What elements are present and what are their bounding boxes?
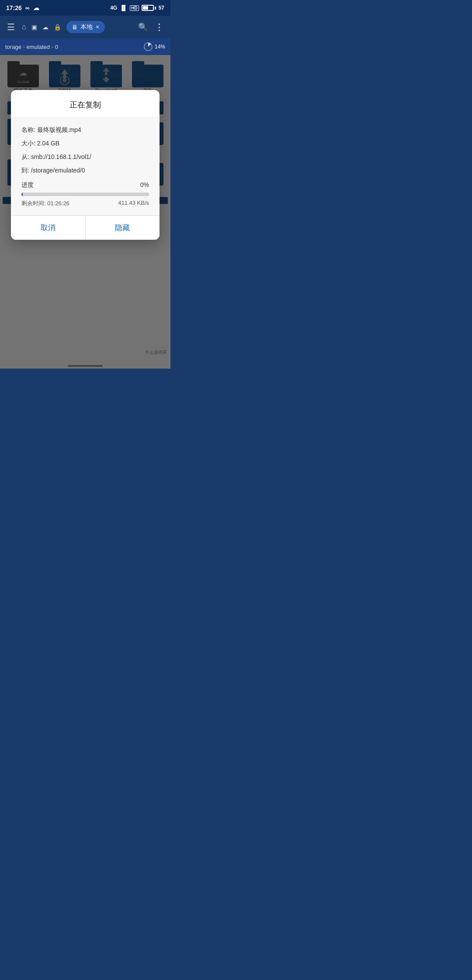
to-row: 到: /storage/emulated/0 [21,166,149,175]
breadcrumb-sep-1: › [23,44,25,49]
breadcrumb-emulated[interactable]: emulated [27,44,50,50]
storage-percent: 14% [155,44,165,50]
to-value: /storage/emulated/0 [31,167,85,174]
cancel-button[interactable]: 取消 [11,216,86,240]
from-row: 从: smb://10.168.1.1/vol1/ [21,152,149,162]
speed-value: 411.43 KB/s [118,200,149,207]
status-bar: 17:26 ∞ ☁ 4G ▐▌ HD 57 [0,0,170,16]
pie-chart-icon [143,42,153,52]
tab-close-icon[interactable]: ✕ [95,24,100,30]
cloud-nav-icon[interactable]: ☁ [41,22,50,32]
to-label: 到: [21,167,29,174]
menu-icon[interactable]: ☰ [5,20,17,34]
breadcrumb-storage: torage [5,44,21,50]
tab-icon: 🖥 [72,24,78,31]
signal-label: 4G [110,5,117,11]
more-icon[interactable]: ⋮ [153,20,165,34]
home-icon[interactable]: ⌂ [20,21,28,33]
signal-bars: ▐▌ [120,5,127,11]
hd-badge: HD [130,5,139,11]
hide-button[interactable]: 隐藏 [86,216,160,240]
notify-icon: ☁ [33,4,39,11]
time-value: 01:26:26 [47,200,69,207]
battery-percent: 57 [159,5,164,11]
phone-icon[interactable]: ▣ [30,22,39,32]
status-right: 4G ▐▌ HD 57 [110,5,164,11]
file-grid-background: ☁ CLOUD 网络硬盘 [0,55,170,369]
progress-section: 进度 0% 剩余时间: 01:26:26 411.43 KB/s [21,181,149,207]
nav-bar: ☰ ⌂ ▣ ☁ 🔒 🖥 本地 ✕ 🔍 ⋮ [0,16,170,38]
from-value: smb://10.168.1.1/vol1/ [31,153,91,160]
name-label: 名称: [21,126,35,133]
breadcrumb-sep-2: › [52,44,53,49]
modal-overlay: 正在复制 名称: 最终版视频.mp4 大小: 2.04 GB 从: smb://… [0,55,170,369]
search-icon[interactable]: 🔍 [136,21,149,34]
progress-bar-fill [21,193,23,196]
active-tab[interactable]: 🖥 本地 ✕ [66,21,105,33]
file-name-row: 名称: 最终版视频.mp4 [21,125,149,135]
from-label: 从: [21,153,29,160]
breadcrumb-0[interactable]: 0 [55,44,58,50]
size-value: 2.04 GB [37,140,59,147]
breadcrumb-bar: torage › emulated › 0 14% [0,38,170,55]
progress-label: 进度 [21,181,34,189]
progress-bar-track [21,193,149,196]
modal-title: 正在复制 [11,90,160,117]
time-label: 剩余时间: [21,200,46,207]
size-label: 大小: [21,140,35,147]
modal-body: 名称: 最终版视频.mp4 大小: 2.04 GB 从: smb://10.16… [11,117,160,215]
time-display: 17:26 [6,4,22,11]
lock-icon[interactable]: 🔒 [52,22,63,32]
progress-header: 进度 0% [21,181,149,189]
storage-pie: 14% [143,42,165,52]
file-size-row: 大小: 2.04 GB [21,139,149,148]
tab-label: 本地 [80,23,93,31]
infinity-icon: ∞ [25,4,30,11]
status-left: 17:26 ∞ ☁ [6,4,39,11]
copy-progress-modal: 正在复制 名称: 最终版视频.mp4 大小: 2.04 GB 从: smb://… [11,90,160,240]
progress-percent: 0% [140,181,149,189]
nav-icons-group: ⌂ ▣ ☁ 🔒 [20,21,63,33]
progress-footer: 剩余时间: 01:26:26 411.43 KB/s [21,200,149,207]
battery-icon [142,5,156,11]
name-value: 最终版视频.mp4 [37,126,81,133]
modal-buttons: 取消 隐藏 [11,215,160,240]
remaining-time: 剩余时间: 01:26:26 [21,200,69,207]
